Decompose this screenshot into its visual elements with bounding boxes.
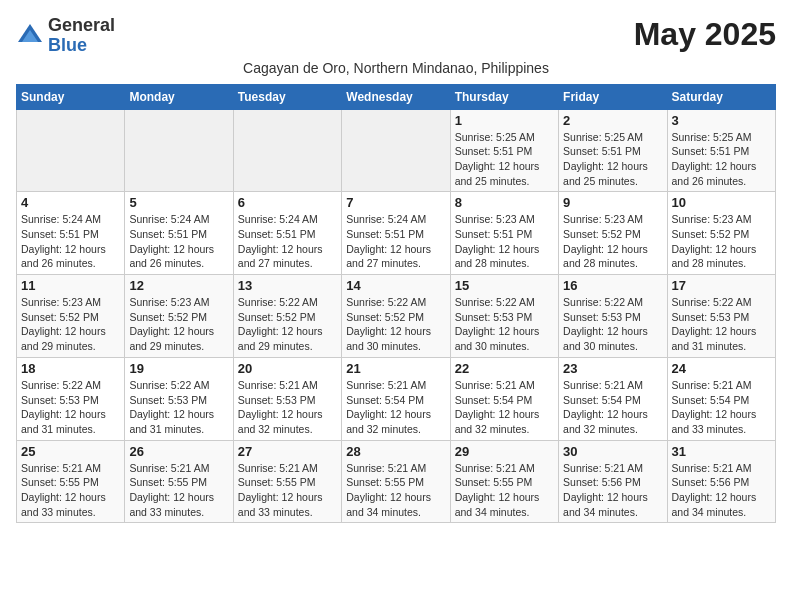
day-info: Sunrise: 5:21 AM Sunset: 5:56 PM Dayligh… [563,461,662,520]
calendar-cell: 31Sunrise: 5:21 AM Sunset: 5:56 PM Dayli… [667,440,775,523]
day-info: Sunrise: 5:21 AM Sunset: 5:54 PM Dayligh… [563,378,662,437]
day-number: 8 [455,195,554,210]
day-number: 25 [21,444,120,459]
day-info: Sunrise: 5:22 AM Sunset: 5:52 PM Dayligh… [346,295,445,354]
calendar-cell: 27Sunrise: 5:21 AM Sunset: 5:55 PM Dayli… [233,440,341,523]
calendar-cell [17,109,125,192]
day-info: Sunrise: 5:21 AM Sunset: 5:55 PM Dayligh… [455,461,554,520]
calendar-header: Sunday Monday Tuesday Wednesday Thursday… [17,84,776,109]
calendar-cell: 4Sunrise: 5:24 AM Sunset: 5:51 PM Daylig… [17,192,125,275]
calendar-cell: 9Sunrise: 5:23 AM Sunset: 5:52 PM Daylig… [559,192,667,275]
calendar-cell: 21Sunrise: 5:21 AM Sunset: 5:54 PM Dayli… [342,357,450,440]
day-number: 5 [129,195,228,210]
day-info: Sunrise: 5:21 AM Sunset: 5:56 PM Dayligh… [672,461,771,520]
day-info: Sunrise: 5:21 AM Sunset: 5:54 PM Dayligh… [672,378,771,437]
day-number: 19 [129,361,228,376]
day-number: 10 [672,195,771,210]
day-info: Sunrise: 5:21 AM Sunset: 5:55 PM Dayligh… [21,461,120,520]
day-info: Sunrise: 5:21 AM Sunset: 5:54 PM Dayligh… [346,378,445,437]
calendar-cell [125,109,233,192]
calendar-cell: 22Sunrise: 5:21 AM Sunset: 5:54 PM Dayli… [450,357,558,440]
day-number: 28 [346,444,445,459]
day-number: 18 [21,361,120,376]
calendar-cell: 3Sunrise: 5:25 AM Sunset: 5:51 PM Daylig… [667,109,775,192]
calendar-table: Sunday Monday Tuesday Wednesday Thursday… [16,84,776,524]
calendar-cell: 19Sunrise: 5:22 AM Sunset: 5:53 PM Dayli… [125,357,233,440]
calendar-cell: 7Sunrise: 5:24 AM Sunset: 5:51 PM Daylig… [342,192,450,275]
calendar-cell: 8Sunrise: 5:23 AM Sunset: 5:51 PM Daylig… [450,192,558,275]
day-number: 1 [455,113,554,128]
day-info: Sunrise: 5:23 AM Sunset: 5:52 PM Dayligh… [129,295,228,354]
day-info: Sunrise: 5:22 AM Sunset: 5:53 PM Dayligh… [563,295,662,354]
calendar-body: 1Sunrise: 5:25 AM Sunset: 5:51 PM Daylig… [17,109,776,523]
calendar-cell: 26Sunrise: 5:21 AM Sunset: 5:55 PM Dayli… [125,440,233,523]
day-info: Sunrise: 5:21 AM Sunset: 5:54 PM Dayligh… [455,378,554,437]
calendar-week-4: 18Sunrise: 5:22 AM Sunset: 5:53 PM Dayli… [17,357,776,440]
calendar-week-3: 11Sunrise: 5:23 AM Sunset: 5:52 PM Dayli… [17,275,776,358]
day-info: Sunrise: 5:24 AM Sunset: 5:51 PM Dayligh… [346,212,445,271]
day-number: 20 [238,361,337,376]
day-number: 24 [672,361,771,376]
calendar-cell: 17Sunrise: 5:22 AM Sunset: 5:53 PM Dayli… [667,275,775,358]
day-number: 30 [563,444,662,459]
day-info: Sunrise: 5:22 AM Sunset: 5:52 PM Dayligh… [238,295,337,354]
col-wednesday: Wednesday [342,84,450,109]
logo-icon [16,22,44,50]
calendar-cell: 30Sunrise: 5:21 AM Sunset: 5:56 PM Dayli… [559,440,667,523]
col-tuesday: Tuesday [233,84,341,109]
calendar-cell: 25Sunrise: 5:21 AM Sunset: 5:55 PM Dayli… [17,440,125,523]
day-info: Sunrise: 5:23 AM Sunset: 5:52 PM Dayligh… [563,212,662,271]
page-header: General Blue May 2025 [16,16,776,56]
calendar-cell: 24Sunrise: 5:21 AM Sunset: 5:54 PM Dayli… [667,357,775,440]
day-number: 16 [563,278,662,293]
calendar-cell: 29Sunrise: 5:21 AM Sunset: 5:55 PM Dayli… [450,440,558,523]
calendar-cell: 20Sunrise: 5:21 AM Sunset: 5:53 PM Dayli… [233,357,341,440]
day-number: 21 [346,361,445,376]
day-number: 29 [455,444,554,459]
calendar-week-2: 4Sunrise: 5:24 AM Sunset: 5:51 PM Daylig… [17,192,776,275]
page-title: May 2025 [634,16,776,53]
day-info: Sunrise: 5:21 AM Sunset: 5:53 PM Dayligh… [238,378,337,437]
day-info: Sunrise: 5:23 AM Sunset: 5:52 PM Dayligh… [672,212,771,271]
calendar-cell: 2Sunrise: 5:25 AM Sunset: 5:51 PM Daylig… [559,109,667,192]
day-number: 13 [238,278,337,293]
calendar-cell: 15Sunrise: 5:22 AM Sunset: 5:53 PM Dayli… [450,275,558,358]
calendar-cell: 11Sunrise: 5:23 AM Sunset: 5:52 PM Dayli… [17,275,125,358]
day-number: 26 [129,444,228,459]
day-number: 31 [672,444,771,459]
calendar-cell: 28Sunrise: 5:21 AM Sunset: 5:55 PM Dayli… [342,440,450,523]
day-info: Sunrise: 5:25 AM Sunset: 5:51 PM Dayligh… [672,130,771,189]
day-info: Sunrise: 5:24 AM Sunset: 5:51 PM Dayligh… [129,212,228,271]
day-info: Sunrise: 5:22 AM Sunset: 5:53 PM Dayligh… [21,378,120,437]
day-number: 9 [563,195,662,210]
day-info: Sunrise: 5:22 AM Sunset: 5:53 PM Dayligh… [129,378,228,437]
day-number: 7 [346,195,445,210]
calendar-cell [233,109,341,192]
day-info: Sunrise: 5:22 AM Sunset: 5:53 PM Dayligh… [455,295,554,354]
day-number: 12 [129,278,228,293]
header-row: Sunday Monday Tuesday Wednesday Thursday… [17,84,776,109]
calendar-week-5: 25Sunrise: 5:21 AM Sunset: 5:55 PM Dayli… [17,440,776,523]
calendar-cell: 14Sunrise: 5:22 AM Sunset: 5:52 PM Dayli… [342,275,450,358]
day-info: Sunrise: 5:23 AM Sunset: 5:52 PM Dayligh… [21,295,120,354]
col-friday: Friday [559,84,667,109]
page-subtitle: Cagayan de Oro, Northern Mindanao, Phili… [16,60,776,76]
col-saturday: Saturday [667,84,775,109]
col-sunday: Sunday [17,84,125,109]
day-number: 27 [238,444,337,459]
day-info: Sunrise: 5:24 AM Sunset: 5:51 PM Dayligh… [238,212,337,271]
calendar-week-1: 1Sunrise: 5:25 AM Sunset: 5:51 PM Daylig… [17,109,776,192]
col-thursday: Thursday [450,84,558,109]
day-number: 6 [238,195,337,210]
day-number: 11 [21,278,120,293]
day-number: 3 [672,113,771,128]
calendar-cell: 16Sunrise: 5:22 AM Sunset: 5:53 PM Dayli… [559,275,667,358]
logo: General Blue [16,16,115,56]
logo-general-text: General [48,15,115,35]
col-monday: Monday [125,84,233,109]
day-info: Sunrise: 5:25 AM Sunset: 5:51 PM Dayligh… [455,130,554,189]
day-info: Sunrise: 5:23 AM Sunset: 5:51 PM Dayligh… [455,212,554,271]
day-number: 2 [563,113,662,128]
day-number: 23 [563,361,662,376]
day-info: Sunrise: 5:21 AM Sunset: 5:55 PM Dayligh… [238,461,337,520]
